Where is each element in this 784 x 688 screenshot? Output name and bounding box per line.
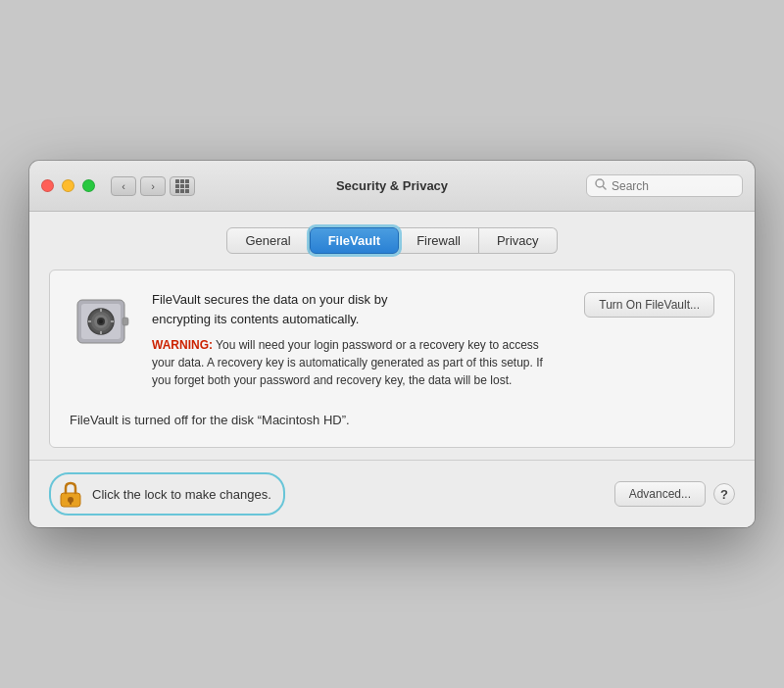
svg-rect-16 [70,501,72,505]
svg-point-0 [596,179,604,187]
help-button[interactable]: ? [713,483,735,505]
turn-on-filevault-button[interactable]: Turn On FileVault... [584,292,714,318]
lock-area[interactable]: Click the lock to make changes. [49,472,285,516]
forward-button[interactable]: › [140,176,166,196]
svg-line-1 [604,187,607,190]
panel-top: FileVault secures the data on your disk … [70,290,714,389]
grid-icon [175,179,189,193]
content-area: General FileVault Firewall Privacy [29,212,755,448]
grid-button[interactable] [170,176,195,196]
tab-general[interactable]: General [226,227,309,254]
tab-privacy[interactable]: Privacy [479,227,558,254]
search-input[interactable] [612,179,734,193]
warning-paragraph: WARNING: You will need your login passwo… [152,336,564,389]
panel-text-area: FileVault secures the data on your disk … [152,290,564,389]
main-window: ‹ › Security & Privacy General [29,161,755,527]
filevault-icon [70,290,132,353]
advanced-button[interactable]: Advanced... [614,481,706,507]
tab-bar: General FileVault Firewall Privacy [49,227,735,254]
minimize-button[interactable] [62,179,74,192]
bottom-right: Advanced... ? [614,481,735,507]
warning-label: WARNING: [152,338,213,352]
tab-firewall[interactable]: Firewall [399,227,479,254]
nav-buttons: ‹ › [111,176,166,196]
tab-filevault[interactable]: FileVault [310,227,399,254]
back-button[interactable]: ‹ [111,176,136,196]
main-description: FileVault secures the data on your disk … [152,290,564,328]
search-box[interactable] [586,174,743,197]
search-icon [595,178,607,193]
maximize-button[interactable] [82,179,95,192]
traffic-lights [41,179,95,192]
window-title: Security & Privacy [336,178,448,193]
bottom-bar: Click the lock to make changes. Advanced… [29,460,755,527]
svg-point-8 [99,319,103,323]
lock-icon [57,480,84,508]
titlebar: ‹ › Security & Privacy [29,161,755,212]
lock-label: Click the lock to make changes. [92,487,271,502]
svg-rect-13 [122,318,128,325]
filevault-status: FileVault is turned off for the disk “Ma… [70,413,714,427]
filevault-panel: FileVault secures the data on your disk … [49,270,735,448]
close-button[interactable] [41,179,54,192]
